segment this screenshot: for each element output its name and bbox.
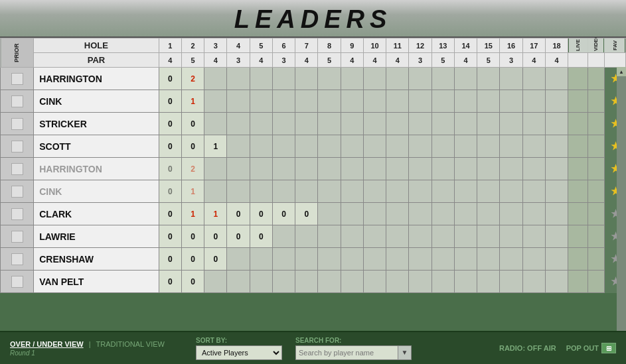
empty-h12-p6 (409, 203, 431, 225)
sort-select[interactable]: Active Players All Players By Score (196, 345, 282, 360)
empty-h11-p4 (386, 158, 409, 180)
search-label: SEARCH FOR: (295, 337, 412, 344)
empty-h12-p8 (409, 248, 431, 271)
over-under-view-link[interactable]: OVER / UNDER VIEW (10, 340, 84, 348)
empty-h14-p1 (454, 90, 477, 113)
empty-h9-p2 (341, 113, 363, 135)
empty-h7-p4 (295, 158, 318, 180)
empty-h6-p9 (272, 271, 295, 293)
par-10: 4 (363, 53, 386, 68)
empty-h6-p7 (272, 225, 295, 248)
empty-h4-p2 (227, 113, 250, 135)
live-cell-5 (568, 180, 588, 203)
player-name-8: CRENSHAW (34, 248, 159, 271)
empty-h6-p8 (272, 248, 295, 271)
traditional-view-link[interactable]: TRADITIONAL VIEW (96, 340, 165, 348)
table-row: CINK01★ (1, 90, 626, 113)
hole-1: 1 (159, 38, 181, 53)
hole-16: 16 (500, 38, 522, 53)
score-h2-p1: 1 (181, 90, 204, 113)
empty-h18-p6 (545, 203, 568, 225)
prior-cell-8 (1, 248, 34, 271)
video-cell-7 (587, 225, 604, 248)
empty-h9-p7 (341, 225, 363, 248)
pop-out-button[interactable]: POP OUT ⊞ (566, 343, 616, 353)
empty-h17-p0 (522, 68, 545, 90)
video-cell-3 (587, 135, 604, 158)
empty-h6-p1 (272, 90, 295, 113)
empty-h5-p3 (250, 135, 272, 158)
empty-h10-p5 (363, 180, 386, 203)
empty-h14-p0 (454, 68, 477, 90)
empty-h6-p2 (272, 113, 295, 135)
title-bar: LEADERS (0, 0, 626, 38)
fav-header: FAV (604, 38, 625, 53)
empty-h3-p0 (204, 68, 227, 90)
empty-h12-p1 (409, 90, 431, 113)
prior-cell-5 (1, 180, 34, 203)
empty-h15-p3 (477, 135, 500, 158)
empty-h12-p4 (409, 158, 431, 180)
empty-h15-p7 (477, 225, 500, 248)
player-name-0: HARRINGTON (34, 68, 159, 90)
search-input[interactable] (295, 345, 398, 360)
hole-13: 13 (431, 38, 454, 53)
scrollbar[interactable]: ▲ ▼ (617, 67, 626, 331)
footer-views: OVER / UNDER VIEW | TRADITIONAL VIEW (10, 340, 169, 348)
score-h4-p6: 0 (227, 203, 250, 225)
empty-h15-p8 (477, 248, 500, 271)
round-label: Round 1 (10, 349, 169, 357)
hole-15: 15 (477, 38, 500, 53)
hole-9: 9 (341, 38, 363, 53)
score-h2-p5: 1 (181, 180, 204, 203)
score-h3-p6: 1 (204, 203, 227, 225)
empty-h15-p4 (477, 158, 500, 180)
empty-h4-p3 (227, 135, 250, 158)
hole-5: 5 (250, 38, 272, 53)
empty-h10-p4 (363, 158, 386, 180)
hole-4: 4 (227, 38, 250, 53)
empty-h13-p7 (431, 225, 454, 248)
search-dropdown-arrow[interactable]: ▼ (398, 345, 412, 360)
empty-h13-p2 (431, 113, 454, 135)
empty-h18-p8 (545, 248, 568, 271)
scroll-up-button[interactable]: ▲ (617, 67, 626, 76)
score-h1-p8: 0 (159, 248, 181, 271)
hole-18: 18 (545, 38, 568, 53)
empty-h14-p4 (454, 158, 477, 180)
empty-h13-p8 (431, 248, 454, 271)
empty-h15-p9 (477, 271, 500, 293)
par-5: 4 (250, 53, 272, 68)
empty-h17-p6 (522, 203, 545, 225)
score-h4-p7: 0 (227, 225, 250, 248)
empty-h13-p1 (431, 90, 454, 113)
empty-h3-p5 (204, 180, 227, 203)
empty-h8-p2 (318, 113, 341, 135)
empty-h17-p5 (522, 180, 545, 203)
sort-label: SORT BY: (196, 337, 282, 344)
prior-cell-7 (1, 225, 34, 248)
empty-h15-p0 (477, 68, 500, 90)
empty-h16-p0 (500, 68, 522, 90)
footer-sort: SORT BY: Active Players All Players By S… (196, 337, 282, 360)
empty-h18-p3 (545, 135, 568, 158)
live-header: LIVE (568, 38, 588, 53)
empty-h6-p3 (272, 135, 295, 158)
live-cell-0 (568, 68, 588, 90)
footer: OVER / UNDER VIEW | TRADITIONAL VIEW Rou… (0, 331, 626, 364)
empty-h3-p9 (204, 271, 227, 293)
empty-h17-p4 (522, 158, 545, 180)
empty-h9-p0 (341, 68, 363, 90)
score-h1-p9: 0 (159, 271, 181, 293)
empty-h6-p0 (272, 68, 295, 90)
video-cell-2 (587, 113, 604, 135)
empty-h14-p5 (454, 180, 477, 203)
player-name-6: CLARK (34, 203, 159, 225)
empty-h16-p5 (500, 180, 522, 203)
empty-h17-p1 (522, 90, 545, 113)
video-cell-8 (587, 248, 604, 271)
empty-h13-p3 (431, 135, 454, 158)
empty-h11-p7 (386, 225, 409, 248)
empty-h4-p8 (227, 248, 250, 271)
hole-3: 3 (204, 38, 227, 53)
